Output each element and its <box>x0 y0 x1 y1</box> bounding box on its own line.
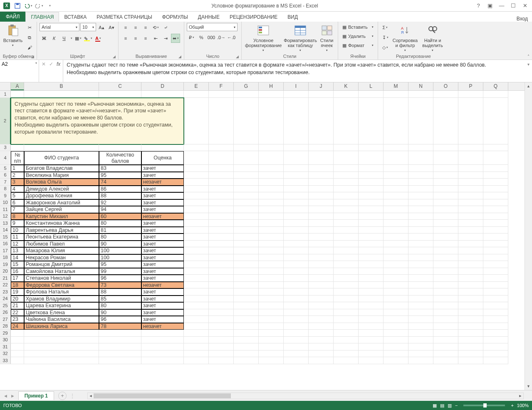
sign-in-link[interactable]: Вход <box>517 16 532 22</box>
cell[interactable] <box>384 98 408 144</box>
cell[interactable] <box>11 91 24 98</box>
cell[interactable] <box>284 213 309 220</box>
cell[interactable] <box>259 288 284 296</box>
row-header[interactable]: 32 <box>0 350 11 358</box>
zoom-slider[interactable] <box>463 405 505 406</box>
cell[interactable]: зачет <box>141 261 184 268</box>
cell[interactable] <box>309 261 334 268</box>
cell[interactable] <box>384 302 408 309</box>
cell[interactable] <box>359 165 384 172</box>
cell[interactable] <box>458 261 483 268</box>
cell[interactable]: Капустин Михаил <box>24 213 99 220</box>
cell[interactable] <box>234 227 259 234</box>
cell[interactable] <box>209 309 234 316</box>
cell[interactable] <box>359 247 384 254</box>
cell[interactable] <box>141 343 184 350</box>
cell[interactable] <box>259 234 284 241</box>
cell[interactable] <box>483 275 508 282</box>
cell[interactable] <box>334 323 359 330</box>
cell[interactable] <box>309 247 334 254</box>
row-header[interactable]: 10 <box>0 199 11 206</box>
cell[interactable] <box>209 357 234 364</box>
cell[interactable] <box>184 247 209 254</box>
cell[interactable] <box>483 282 508 289</box>
cell[interactable]: 90 <box>99 309 141 316</box>
cell[interactable] <box>234 323 259 330</box>
cell[interactable] <box>433 316 458 323</box>
cell[interactable] <box>209 254 234 261</box>
cell[interactable]: ФИО студента <box>24 151 99 165</box>
cell[interactable] <box>384 254 408 261</box>
cell[interactable] <box>483 343 508 350</box>
cell[interactable]: зачет <box>141 247 184 254</box>
cell[interactable] <box>141 91 184 98</box>
cell[interactable] <box>99 337 141 344</box>
cell[interactable] <box>334 275 359 282</box>
cell[interactable] <box>458 275 483 282</box>
cell[interactable] <box>259 309 284 316</box>
cell[interactable]: 17 <box>11 275 24 282</box>
cell[interactable] <box>359 220 384 227</box>
cell[interactable]: 78 <box>99 323 141 330</box>
page-layout-view-icon[interactable]: ▤ <box>440 403 444 408</box>
cell[interactable] <box>234 192 259 199</box>
new-sheet-icon[interactable]: + <box>58 392 67 400</box>
cell[interactable] <box>483 323 508 330</box>
fill-icon[interactable]: ↧ <box>381 33 390 42</box>
cell[interactable] <box>408 151 433 165</box>
cell[interactable] <box>234 254 259 261</box>
cell[interactable] <box>284 199 309 206</box>
align-top-icon[interactable]: ≡ <box>121 23 130 32</box>
format-painter-icon[interactable]: 🖌 <box>25 43 34 52</box>
cell[interactable] <box>209 302 234 309</box>
cell[interactable] <box>334 330 359 337</box>
cell[interactable] <box>209 323 234 330</box>
cell[interactable] <box>359 206 384 213</box>
cell[interactable]: зачет <box>141 316 184 323</box>
col-header-E[interactable]: E <box>184 82 209 90</box>
cell[interactable] <box>284 254 309 261</box>
cell[interactable] <box>359 213 384 220</box>
cell[interactable]: 88 <box>99 288 141 296</box>
cell[interactable] <box>408 144 433 152</box>
cell[interactable] <box>384 144 408 152</box>
cell[interactable] <box>24 357 99 364</box>
cell[interactable] <box>359 234 384 241</box>
cell[interactable]: 88 <box>99 192 141 199</box>
cell[interactable] <box>141 337 184 344</box>
cell[interactable] <box>309 337 334 344</box>
row-header[interactable]: 6 <box>0 172 11 179</box>
increase-indent-icon[interactable]: ⇥ <box>161 34 170 43</box>
cell[interactable] <box>184 98 209 144</box>
cell[interactable] <box>209 350 234 358</box>
cell[interactable] <box>141 350 184 358</box>
cell[interactable]: 4 <box>11 186 24 193</box>
cell[interactable] <box>184 234 209 241</box>
cell[interactable] <box>408 172 433 179</box>
cell[interactable] <box>384 316 408 323</box>
cell[interactable] <box>141 330 184 337</box>
cell[interactable] <box>184 192 209 199</box>
cell[interactable]: Зайцев Сергей <box>24 206 99 213</box>
cell[interactable]: Лаврентьева Дарья <box>24 227 99 234</box>
cell[interactable] <box>433 309 458 316</box>
cell[interactable]: 8 <box>11 213 24 220</box>
cell[interactable] <box>259 179 284 186</box>
cell[interactable] <box>234 316 259 323</box>
cell[interactable] <box>11 350 24 358</box>
cell[interactable] <box>408 343 433 350</box>
cell[interactable] <box>458 302 483 309</box>
cell[interactable] <box>209 343 234 350</box>
scroll-right-icon[interactable]: ► <box>517 393 523 399</box>
cell[interactable]: Степанов Николай <box>24 275 99 282</box>
increase-decimal-icon[interactable]: .0→ <box>217 33 226 42</box>
cell[interactable] <box>483 165 508 172</box>
cell[interactable] <box>433 261 458 268</box>
cell-styles-button[interactable]: Стили ячеек▾ <box>318 23 335 53</box>
cell[interactable] <box>309 350 334 358</box>
cell[interactable] <box>408 268 433 275</box>
cell[interactable] <box>234 309 259 316</box>
cell[interactable] <box>209 288 234 296</box>
cell[interactable] <box>408 165 433 172</box>
cell[interactable] <box>309 199 334 206</box>
